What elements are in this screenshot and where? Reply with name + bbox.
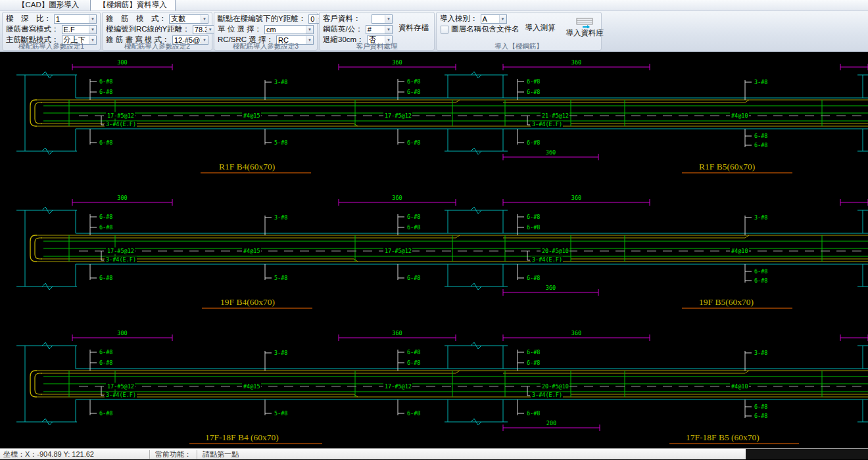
ribbon: 樑 深 比：1▼腰筋書寫模式：E.F▼主筋斷點模式：分上下▼樑配筋導入參數設定1… (0, 11, 868, 52)
field-label-beam-label-rc-y-distance: 樑編號到RC線的Y距離： (106, 24, 190, 34)
waist-bar-label: 3-#4(E.F) (106, 256, 136, 263)
chevron-down-icon[interactable]: ▼ (499, 15, 506, 23)
field-label-beam-depth-ratio: 樑 深 比： (6, 14, 51, 24)
waist-bar-label: 3-#4(E.F) (532, 256, 562, 263)
field-label-break-y-distance-below-label: 斷點在樑編號下的Y距離： (218, 14, 306, 24)
ribbon-field-row: 客戶資料：▼ (323, 14, 393, 24)
combo-unit-select[interactable]: cm▼ (264, 25, 314, 34)
combo-customer-data[interactable]: ▼ (372, 14, 393, 24)
rebar-annotation: 6-#8 (99, 214, 112, 220)
import-calc-button[interactable]: 導入測算 (521, 14, 560, 41)
combo-waist-bar-write-mode-value: E.F (62, 26, 89, 34)
cut-tick (745, 100, 749, 103)
dimension-value: 300 (117, 330, 127, 336)
combo-unit-select-value: cm (265, 26, 306, 34)
stirrup-spacing-label: #4@10 (731, 248, 748, 254)
field-label-waist-bar-write-mode: 腰筋書寫模式： (6, 24, 59, 34)
ribbon-group-1: 樑 深 比：1▼腰筋書寫模式：E.F▼主筋斷點模式：分上下▼樑配筋導入參數設定1 (2, 12, 101, 51)
waist-bar-label: 3-#4(E.F) (106, 392, 136, 398)
rebar-annotation: 3-#8 (274, 79, 287, 85)
field-label-customer-data: 客戶資料： (323, 14, 361, 24)
rebar-annotation: 6-#8 (99, 139, 112, 146)
layer-name-checkbox[interactable] (441, 26, 448, 34)
beam-name-label: 19F B4(60x70) (220, 297, 275, 307)
cad-canvas-area: 3003603603606-#86-#86-#83-#85-#86-#86-#8… (0, 52, 868, 448)
chevron-down-icon[interactable]: ▼ (385, 26, 392, 34)
ribbon-field-row: 箍 筋 模 式：支數▼ (106, 14, 208, 24)
rebar-annotation: 6-#8 (407, 275, 420, 281)
status-separator (197, 450, 197, 459)
ribbon-field-row: 樑 深 比：1▼ (6, 14, 97, 24)
rebar-annotation: 6-#8 (407, 78, 420, 85)
rebar-annotation: 6-#8 (527, 275, 540, 281)
rebar-annotation: 6-#8 (527, 78, 540, 85)
status-separator (149, 450, 150, 459)
stirrup-spacing-label: #4@10 (731, 383, 748, 390)
rebar-annotation: 6-#8 (527, 359, 540, 366)
tab-cad-import[interactable]: 【CAD】圖形導入 (9, 0, 87, 11)
import-database-icon (576, 18, 593, 28)
rebar-annotation: 6-#8 (407, 139, 420, 146)
combo-stirrup-mode-value: 支數 (170, 14, 201, 24)
rebar-annotation: 6-#8 (527, 89, 540, 95)
chevron-down-icon[interactable]: ▼ (306, 26, 313, 34)
dimension-value: 360 (571, 195, 581, 201)
rebar-annotation: 5-#8 (274, 139, 287, 146)
rebar-hook (35, 103, 42, 124)
beam-name-label: 19F B5(60x70) (699, 297, 754, 307)
dimension-value: 360 (392, 59, 402, 66)
stirrup-spacing-label: 17-#5@12 (107, 112, 134, 119)
cad-canvas[interactable]: 3003603603606-#86-#86-#83-#85-#86-#86-#8… (0, 52, 868, 448)
ribbon-group-4: 客戶資料：▼鋼筋英/公：#▼退縮30cm：否▼資料存檔客戶資料處理 (319, 12, 435, 51)
chevron-down-icon[interactable]: ▼ (206, 26, 214, 34)
status-bar: 坐標：X：-904.89 Y: 121.62 當前功能： 請點第一點 (0, 448, 868, 459)
combo-break-y-distance-below-label-value: 0 (309, 15, 316, 23)
beam-name-label: 17F-18F B4 (60x70) (205, 432, 279, 442)
chevron-down-icon[interactable]: ▼ (201, 15, 208, 23)
import-database-button[interactable]: 導入資料庫 (562, 14, 609, 41)
waist-bar-label: 3-#4(E.F) (532, 392, 562, 398)
ribbon-field-row: 單 位 選 擇：cm▼ (218, 24, 314, 34)
combo-import-building-select[interactable]: A▼ (481, 14, 507, 24)
cut-tick (354, 124, 358, 126)
layer-name-checkbox-label: 圖層名稱包含文件名 (451, 24, 519, 34)
ribbon-group-title: 導入【樑鋼筋】 (437, 42, 601, 50)
stirrup-spacing-label: #4@15 (243, 248, 260, 254)
chevron-down-icon[interactable]: ▼ (89, 26, 96, 34)
rebar-annotation: 3-#8 (274, 350, 287, 356)
rebar-annotation: 6-#8 (99, 349, 112, 356)
stirrup-spacing-label: 17-#5@12 (385, 248, 412, 254)
chevron-down-icon[interactable]: ▼ (385, 15, 392, 23)
save-data-button[interactable]: 資料存檔 (394, 14, 433, 41)
ribbon-empty-space (602, 12, 867, 51)
layer-name-checkbox-row: 圖層名稱包含文件名 (440, 24, 519, 34)
combo-beam-label-rc-y-distance[interactable]: 78.33▼ (193, 25, 214, 34)
waist-bar-label: 3-#4(E.F) (532, 121, 562, 127)
rebar-hook (35, 373, 42, 394)
stirrup-spacing-label: 20-#5@10 (542, 248, 569, 254)
rebar-annotation: 6-#8 (527, 224, 540, 231)
dimension-value: 360 (546, 149, 556, 156)
status-bar-dark-area (746, 449, 868, 459)
rebar-annotation: 6-#8 (527, 139, 540, 146)
combo-rebar-unit-type[interactable]: #▼ (366, 25, 393, 34)
rebar-annotation: 6-#8 (754, 403, 767, 410)
combo-rebar-unit-type-value: # (366, 26, 385, 34)
tab-beam-rebar-import[interactable]: 【樑鋼筋】資料導入 (90, 0, 176, 11)
rebar-annotation: 5-#8 (274, 410, 287, 417)
coordinate-display: 坐標：X：-904.89 Y: 121.62 (3, 449, 94, 459)
rebar-annotation: 3-#8 (754, 214, 767, 221)
dimension-value: 200 (546, 420, 556, 426)
import-calc-button-label: 導入測算 (525, 23, 556, 33)
rebar-annotation: 6-#8 (99, 359, 112, 366)
field-label-import-building-select: 導入棟別： (440, 14, 478, 24)
dimension-value: 360 (571, 59, 581, 66)
combo-stirrup-mode[interactable]: 支數▼ (169, 14, 208, 24)
chevron-down-icon[interactable]: ▼ (89, 15, 96, 23)
combo-waist-bar-write-mode[interactable]: E.F▼ (62, 25, 97, 34)
ribbon-group-title: 樑配筋導入參數設定1 (3, 42, 100, 50)
ribbon-group-3: 斷點在樑編號下的Y距離：0▼單 位 選 擇：cm▼RC/SRC 選 擇：RC▼樑… (214, 12, 318, 51)
combo-import-building-select-value: A (481, 15, 499, 23)
combo-beam-depth-ratio[interactable]: 1▼ (54, 14, 97, 24)
rebar-annotation: 6-#8 (754, 142, 767, 149)
